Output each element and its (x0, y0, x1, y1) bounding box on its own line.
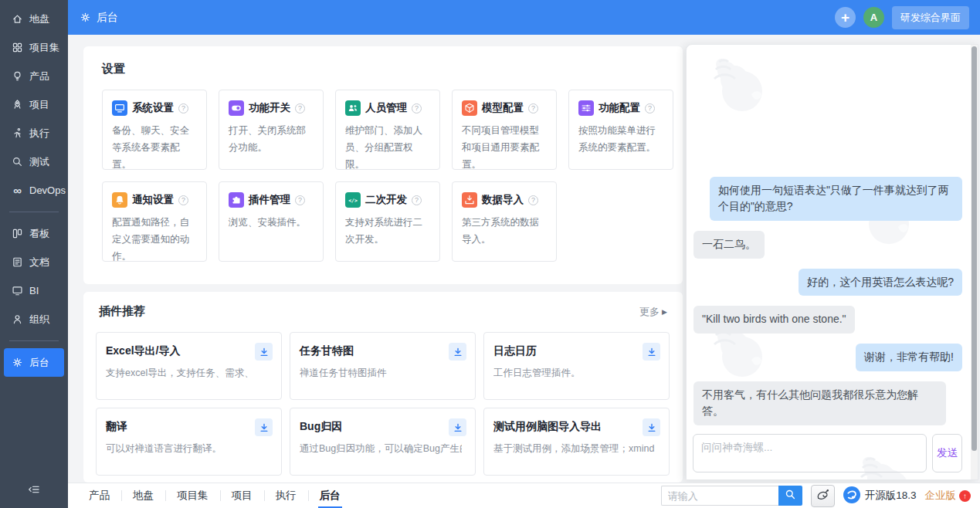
search-button[interactable] (778, 486, 802, 506)
sidebar-item-文档[interactable]: 文档 (4, 248, 64, 276)
project-icon (11, 98, 24, 111)
sidebar-item-执行[interactable]: 执行 (4, 119, 64, 147)
plugin-card-desc: 支持excel导出，支持任务、需求、 (106, 367, 268, 380)
download-icon (646, 422, 657, 433)
plugin-card[interactable]: 翻译可以对禅道语言进行翻译。 (96, 408, 282, 476)
plugin-card-title: Bug归因 (300, 420, 466, 434)
bottom-tab-项目集[interactable]: 项目集 (165, 483, 220, 508)
bottom-tab-后台[interactable]: 后台 (308, 483, 352, 508)
bottom-tab-产品[interactable]: 产品 (77, 483, 121, 508)
upgrade-link[interactable]: 企业版 ↑ (925, 489, 972, 503)
settings-card-header: 模型配置? (462, 100, 548, 116)
workspace-switch-button[interactable]: 研发综合界面 (892, 6, 969, 29)
avatar[interactable]: A (863, 7, 884, 28)
plugins-header: 插件推荐 更多 ▶ (96, 304, 670, 319)
help-icon[interactable]: ? (412, 195, 422, 205)
bottom-tab-地盘[interactable]: 地盘 (121, 483, 165, 508)
download-icon (453, 422, 463, 433)
chat-scrollbar-thumb[interactable] (972, 46, 977, 451)
grid-icon (11, 41, 24, 54)
product-icon (11, 69, 24, 83)
sidebar-item-bi[interactable]: BI (4, 276, 64, 305)
sidebar-item-项目[interactable]: 项目 (4, 90, 64, 119)
bottom-tab-项目[interactable]: 项目 (220, 483, 264, 508)
bi-icon (11, 284, 24, 297)
topbar: 后台 + A 研发综合界面 (68, 0, 980, 35)
help-icon[interactable]: ? (528, 195, 538, 205)
chat-input[interactable] (693, 434, 927, 472)
settings-card[interactable]: 功能开关?打开、关闭系统部分功能。 (219, 90, 324, 170)
search-input[interactable] (661, 486, 778, 506)
chat-scrollbar[interactable] (971, 45, 978, 479)
code-icon: </> (345, 192, 361, 208)
sidebar-item-label: 文档 (29, 256, 49, 269)
settings-card[interactable]: 数据导入?第三方系统的数据导入。 (452, 181, 557, 262)
sidebar-item-项目集[interactable]: 项目集 (4, 33, 64, 62)
send-button[interactable]: 发送 (932, 434, 962, 472)
kanban-icon (11, 227, 24, 240)
sidebar-item-组织[interactable]: 组织 (4, 305, 64, 334)
download-button[interactable] (255, 343, 273, 361)
version-info[interactable]: 开源版18.3 (843, 486, 917, 506)
download-button[interactable] (643, 418, 660, 436)
bottom-tab-执行[interactable]: 执行 (264, 483, 308, 508)
cube-icon (462, 100, 477, 116)
add-button[interactable]: + (835, 7, 856, 28)
sidebar-item-地盘[interactable]: 地盘 (4, 5, 64, 33)
settings-card[interactable]: 模型配置?不同项目管理模型和项目通用要素配置。 (452, 90, 557, 170)
plugin-card[interactable]: Bug归因通过Bug归因功能，可以确定Bug产生的 (290, 408, 476, 476)
settings-cards: 系统设置?备份、聊天、安全等系统各要素配置。功能开关?打开、关闭系统部分功能。人… (102, 90, 675, 262)
help-icon[interactable]: ? (412, 103, 422, 113)
settings-card[interactable]: </>二次开发?支持对系统进行二次开发。 (335, 181, 440, 262)
sidebar-item-看板[interactable]: 看板 (4, 219, 64, 248)
sidebar-item-label: 产品 (29, 69, 49, 83)
download-button[interactable] (449, 418, 466, 436)
more-link[interactable]: 更多 ▶ (639, 305, 667, 319)
conch-assistant-button[interactable] (811, 485, 835, 507)
sidebar-item-测试[interactable]: 测试 (4, 147, 64, 176)
settings-card-title: 功能配置 (599, 101, 640, 115)
help-icon[interactable]: ? (528, 103, 538, 113)
sidebar-item-产品[interactable]: 产品 (4, 62, 64, 90)
help-icon[interactable]: ? (178, 103, 188, 113)
plugin-card-desc: 可以对禅道语言进行翻译。 (106, 442, 268, 456)
settings-card[interactable]: 插件管理?浏览、安装插件。 (219, 181, 324, 262)
plugin-card[interactable]: 测试用例脑图导入导出基于测试用例，添加场景管理；xmind 导 (483, 408, 670, 476)
settings-card[interactable]: 人员管理?维护部门、添加人员、分组配置权限。 (335, 90, 440, 170)
settings-card[interactable]: 功能配置?按照功能菜单进行系统的要素配置。 (568, 90, 673, 170)
plugin-card[interactable]: 日志日历工作日志管理插件。 (483, 332, 670, 400)
settings-card-desc: 打开、关闭系统部分功能。 (229, 123, 315, 157)
help-icon[interactable]: ? (295, 195, 305, 205)
help-icon[interactable]: ? (645, 103, 655, 113)
svg-text:</>: </> (348, 198, 358, 204)
download-button[interactable] (643, 343, 660, 361)
settings-card-desc: 按照功能菜单进行系统的要素配置。 (578, 123, 665, 157)
download-icon (646, 347, 657, 357)
settings-card-title: 功能开关 (249, 101, 290, 115)
sidebar-item-label: 地盘 (29, 12, 49, 26)
execution-icon (11, 127, 24, 140)
arrow-right-icon: ▶ (662, 308, 667, 316)
settings-card-header: 插件管理? (229, 192, 315, 208)
plugin-card[interactable]: Excel导出/导入支持excel导出，支持任务、需求、 (96, 332, 282, 400)
conch-icon (816, 488, 829, 504)
help-icon[interactable]: ? (295, 103, 305, 113)
monitor-icon (112, 100, 127, 116)
sidebar-item-后台[interactable]: 后台 (4, 348, 64, 377)
settings-card[interactable]: 系统设置?备份、聊天、安全等系统各要素配置。 (102, 90, 207, 170)
settings-card-header: </>二次开发? (345, 192, 432, 208)
plugins-panel: 插件推荐 更多 ▶ Excel导出/导入支持excel导出，支持任务、需求、任务… (83, 292, 683, 483)
collapse-sidebar-button[interactable] (23, 480, 45, 499)
sliders-icon (578, 100, 594, 116)
plugin-card[interactable]: 任务甘特图禅道任务甘特图插件 (290, 332, 476, 400)
chat-panel: 如何使用一句短语表达"只做了一件事就达到了两个目的"的意思?一石二鸟。好的，这个… (686, 44, 978, 480)
help-icon[interactable]: ? (178, 195, 188, 205)
plugin-card-desc: 禅道任务甘特图插件 (300, 367, 462, 380)
sidebar: 地盘项目集产品项目执行测试∞DevOps看板文档BI组织后台 (0, 0, 68, 508)
download-button[interactable] (255, 418, 273, 436)
topbar-actions: + A 研发综合界面 (835, 6, 969, 29)
settings-card[interactable]: 通知设置?配置通知路径，自定义需要通知的动作。 (102, 181, 207, 262)
download-button[interactable] (449, 343, 466, 361)
upgrade-arrow-icon: ↑ (959, 490, 971, 502)
sidebar-item-devops[interactable]: ∞DevOps (4, 176, 64, 205)
